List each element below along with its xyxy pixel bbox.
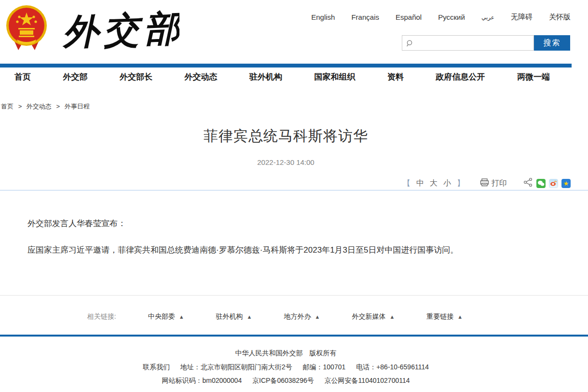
related-item-label: 重要链接 [426,312,453,321]
nav-countries-organizations[interactable]: 国家和组织 [315,71,356,82]
wechat-share-icon[interactable] [536,179,546,188]
breadcrumb-home[interactable]: 首页 [1,103,14,110]
nav-gov-info-disclosure[interactable]: 政府信息公开 [436,71,485,82]
article-date: 2022-12-30 14:00 [0,158,572,166]
related-central-ministries[interactable]: 中央部委 ▲ [148,312,184,321]
footer-blue-bar [0,335,588,337]
related-important-links[interactable]: 重要链接 ▲ [426,312,463,321]
print-button[interactable]: 打印 [480,178,507,189]
bracket-open: 【 [403,178,410,189]
nav-social-media[interactable]: 两微一端 [517,71,550,82]
divider-light-blue [0,190,588,190]
svg-text:外交部: 外交部 [61,7,179,53]
font-size-small-button[interactable]: 小 [443,178,451,189]
related-local-offices[interactable]: 地方外办 ▲ [284,312,320,321]
article-paragraph: 应国家主席习近平邀请，菲律宾共和国总统费迪南德·罗慕尔德兹·马科斯将于2023年… [27,243,563,257]
related-links-label: 相关链接: [87,312,116,321]
search-icon [406,39,414,50]
related-missions-abroad[interactable]: 驻外机构 ▲ [216,312,252,321]
breadcrumb-separator: > [18,103,22,110]
footer-postcode: 邮编：100701 [303,363,346,371]
font-size-medium-button[interactable]: 中 [416,178,424,189]
search-area: 搜索 [402,35,570,51]
nav-blue-strip [0,64,572,68]
weibo-share-icon[interactable] [549,179,558,188]
care-version-link[interactable]: 关怀版 [549,13,571,22]
triangle-up-icon: ▲ [457,314,463,320]
nav-minister[interactable]: 外交部长 [120,71,152,82]
footer-contact-line: 联系我们 地址：北京市朝阳区朝阳门南大街2号 邮编：100701 电话：+86-… [0,363,572,372]
national-emblem-logo[interactable] [6,4,47,53]
footer-address: 地址：北京市朝阳区朝阳门南大街2号 [180,363,292,371]
site-header: 外交部 English Français Español Русский عرب… [0,0,588,64]
font-size-controls: 【 中 大 小 】 [403,178,465,189]
search-input[interactable] [417,36,533,50]
calligraphy-icon: 外交部 [59,3,179,56]
lang-russian[interactable]: Русский [438,13,465,21]
print-label: 打印 [492,178,507,189]
page: 外交部 English Français Español Русский عرب… [0,0,588,392]
lang-espanol[interactable]: Español [396,13,422,21]
triangle-up-icon: ▲ [315,314,320,320]
nav-resources[interactable]: 资料 [387,71,404,82]
triangle-up-icon: ▲ [179,314,184,320]
main-nav: 首页 外交部 外交部长 外交动态 驻外机构 国家和组织 资料 政府信息公开 两微… [14,71,550,82]
ministry-calligraphy-logo[interactable]: 外交部 [59,3,179,58]
breadcrumb-diplomatic-activities[interactable]: 外交动态 [27,103,52,110]
breadcrumb: 首页 > 外交动态 > 外事日程 [1,102,90,111]
qzone-share-icon[interactable]: ★ [561,179,571,188]
nav-ministry[interactable]: 外交部 [63,71,88,82]
bracket-close: 】 [457,178,465,189]
share-icons: ★ [523,177,571,189]
footer-icp-link[interactable]: 京ICP备06038296号 [252,377,314,384]
font-size-large-button[interactable]: 大 [430,178,438,189]
article-title: 菲律宾总统马科斯将访华 [0,126,572,146]
nav-diplomatic-activities[interactable]: 外交动态 [185,71,218,82]
search-button[interactable]: 搜索 [534,35,570,51]
related-new-media[interactable]: 外交新媒体 ▲ [352,312,395,321]
language-switcher: English Français Español Русский عربي 无障… [311,13,571,22]
related-item-label: 驻外机构 [216,312,243,321]
article-toolbar: 【 中 大 小 】 打印 [403,177,571,189]
breadcrumb-schedule[interactable]: 外事日程 [65,103,90,110]
contact-us-link[interactable]: 联系我们 [143,363,170,371]
printer-icon [480,178,489,189]
breadcrumb-separator: > [56,103,60,110]
footer-registration-line: 网站标识码：bm02000004 京ICP备06038296号 京公网安备110… [0,377,572,385]
footer-site-code: 网站标识码：bm02000004 [162,377,242,384]
triangle-up-icon: ▲ [389,314,395,320]
lang-francais[interactable]: Français [351,13,379,21]
search-box [402,35,534,51]
share-icon[interactable] [523,177,533,189]
footer-phone: 电话：+86-10-65961114 [356,363,429,371]
lang-english[interactable]: English [311,13,335,21]
triangle-up-icon: ▲ [247,314,252,320]
nav-missions-abroad[interactable]: 驻外机构 [249,71,282,82]
related-item-label: 外交新媒体 [352,312,385,321]
footer-copyright: 中华人民共和国外交部 版权所有 [0,349,572,358]
related-item-label: 地方外办 [284,312,311,321]
divider-gray [0,295,588,296]
related-links: 相关链接: 中央部委 ▲ 驻外机构 ▲ 地方外办 ▲ 外交新媒体 ▲ 重要链接 … [0,312,550,321]
related-item-label: 中央部委 [148,312,175,321]
accessibility-link[interactable]: 无障碍 [511,13,533,22]
national-emblem-icon [6,4,47,51]
footer-security-link[interactable]: 京公网安备11040102700114 [325,377,410,384]
nav-home[interactable]: 首页 [14,71,31,82]
lang-arabic[interactable]: عربي [481,14,494,21]
article-paragraph: 外交部发言人华春莹宣布： [27,218,126,229]
